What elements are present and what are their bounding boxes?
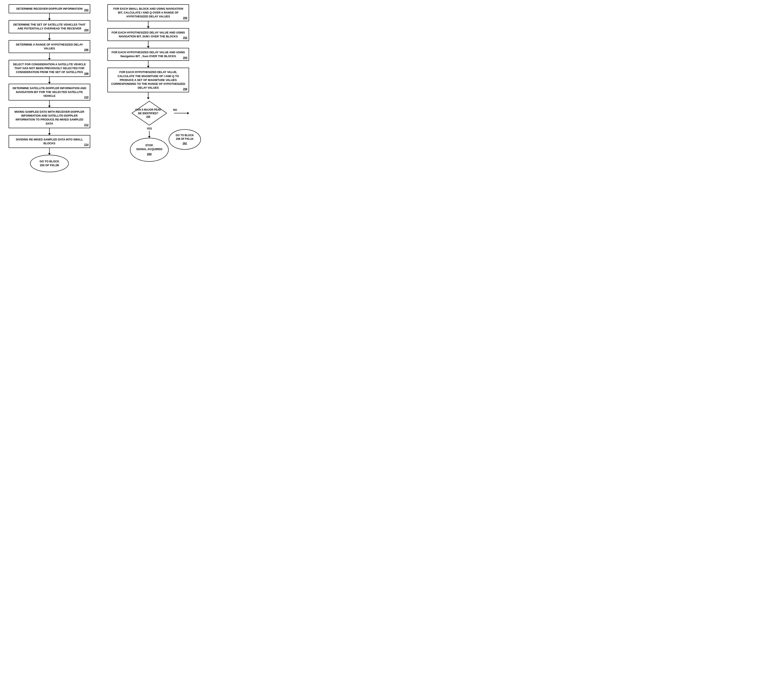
goto-oval-left: GO TO BLOCK 250 OF FIG.2B xyxy=(30,155,69,172)
no-oval-262: GO TO BLOCK 208 OF FIG.2A 262 xyxy=(169,129,201,150)
block-252-text: FOR EACH HYPOTHESIZED DELAY VALUE AND US… xyxy=(112,31,185,38)
arrow-256-258 xyxy=(147,92,150,99)
arrow-right-svg-2 xyxy=(147,41,150,48)
arrow-210-212 xyxy=(48,100,51,107)
arrow-down-svg-2 xyxy=(48,33,51,40)
block-206-number: 206 xyxy=(84,48,89,52)
block-212: MIXING SAMPLED DATA WITH RECEIVER-DOPPLE… xyxy=(8,107,90,128)
arrow-208-210 xyxy=(48,77,51,84)
block-256: FOR EACH HYPOTHESIZED DELAY VALUE, CALCU… xyxy=(107,68,189,92)
block-256-number: 256 xyxy=(183,87,187,91)
svg-marker-26 xyxy=(148,136,150,138)
diamond-258: CAN A MAJOR PEAK BE IDENTIFIED? 258 xyxy=(131,100,165,126)
block-210: DETERMINE SATELLITE-DOPPLER INFORMATION … xyxy=(8,84,90,101)
block-214: DIVIDING RE-MIXED SAMPLED DATA INTO SMAL… xyxy=(8,135,90,148)
arrow-down-svg-3 xyxy=(48,53,51,60)
flowchart-container: DETERMINE RECEIVER-DOPPLER INFORMATION 2… xyxy=(4,4,211,172)
svg-marker-1 xyxy=(48,18,51,20)
arrow-258-260 xyxy=(148,131,150,138)
arrow-206-208 xyxy=(48,53,51,60)
svg-marker-3 xyxy=(48,38,51,40)
no-oval-line1: GO TO BLOCK xyxy=(172,133,198,137)
block-250-text: FOR EACH SMALL BLOCK AND USING NAVIGATIO… xyxy=(113,7,183,18)
block-214-text: DIVIDING RE-MIXED SAMPLED DATA INTO SMAL… xyxy=(16,138,83,145)
block-250-number: 250 xyxy=(183,16,187,20)
stop-oval-line2: SIGNAL ACQUIRED xyxy=(134,147,165,151)
diamond-258-text: CAN A MAJOR PEAK BE IDENTIFIED? 258 xyxy=(131,108,165,118)
svg-marker-19 xyxy=(147,66,150,68)
block-210-text: DETERMINE SATELLITE-DOPPLER INFORMATION … xyxy=(13,87,86,97)
arrow-214-goto xyxy=(48,148,51,155)
arrow-down-svg-6 xyxy=(48,128,51,135)
arrow-202-204 xyxy=(48,13,51,20)
svg-marker-7 xyxy=(48,82,51,84)
block-252-number: 252 xyxy=(183,36,187,40)
svg-marker-11 xyxy=(48,133,51,135)
stop-oval-number: 260 xyxy=(134,152,165,156)
block-250: FOR EACH SMALL BLOCK AND USING NAVIGATIO… xyxy=(107,4,189,21)
goto-oval-line2: 250 OF FIG.2B xyxy=(34,163,65,167)
block-254: FOR EACH HYPOTHESIZED DELAY VALUE AND US… xyxy=(107,48,189,61)
no-oval-line2: 208 OF FIG.2A xyxy=(172,137,198,141)
no-oval-number: 262 xyxy=(172,142,198,145)
svg-marker-13 xyxy=(48,153,51,155)
block-208-text: SELECT FOR CONSIDERATION A SATELLITE VEH… xyxy=(13,63,86,73)
block-254-text: FOR EACH HYPOTHESIZED DELAY VALUE AND US… xyxy=(112,51,185,58)
svg-marker-9 xyxy=(48,106,51,107)
block-208-number: 208 xyxy=(84,72,89,76)
arrow-254-256 xyxy=(147,61,150,68)
yes-branch: YES STOP. SIGNAL ACQUIRED 260 xyxy=(130,127,169,162)
diamond-258-number: 258 xyxy=(133,115,163,118)
no-label: NO xyxy=(173,108,177,112)
yes-label-text: YES xyxy=(147,127,152,130)
right-column: FOR EACH SMALL BLOCK AND USING NAVIGATIO… xyxy=(103,4,193,162)
svg-marker-21 xyxy=(147,97,150,99)
block-208: SELECT FOR CONSIDERATION A SATELLITE VEH… xyxy=(8,60,90,77)
svg-marker-24 xyxy=(187,112,189,115)
stop-oval-260: STOP. SIGNAL ACQUIRED 260 xyxy=(130,138,169,162)
arrow-down-svg-4 xyxy=(48,77,51,84)
arrow-down-svg-5 xyxy=(48,100,51,107)
goto-oval-line1: GO TO BLOCK xyxy=(34,160,65,163)
arrow-right-svg-3 xyxy=(147,61,150,68)
block-214-number: 214 xyxy=(84,143,89,147)
block-202-number: 202 xyxy=(84,8,89,12)
block-204-text: DETERMINE THE SET OF SATELLITE VEHICLES … xyxy=(13,23,85,30)
arrow-right-svg-1 xyxy=(147,21,150,28)
svg-marker-15 xyxy=(147,27,150,28)
block-252: FOR EACH HYPOTHESIZED DELAY VALUE AND US… xyxy=(107,28,189,41)
arrow-250-252 xyxy=(147,21,150,28)
block-206: DETERMINE A RANGE OF HYPOTHESIZED DELAY … xyxy=(8,40,90,53)
svg-marker-5 xyxy=(48,58,51,60)
svg-marker-17 xyxy=(147,46,150,48)
diamond-section-258: CAN A MAJOR PEAK BE IDENTIFIED? 258 NO xyxy=(107,99,189,127)
arrow-down-svg xyxy=(48,13,51,20)
arrow-right-svg-4 xyxy=(147,92,150,99)
no-branch: NO xyxy=(174,112,189,115)
block-202-text: DETERMINE RECEIVER-DOPPLER INFORMATION xyxy=(16,7,82,10)
arrow-down-svg-7 xyxy=(48,148,51,155)
block-202: DETERMINE RECEIVER-DOPPLER INFORMATION 2… xyxy=(8,4,90,13)
block-210-number: 210 xyxy=(84,95,89,99)
no-arrow-svg xyxy=(174,112,189,115)
block-212-number: 212 xyxy=(84,123,89,127)
arrow-212-214 xyxy=(48,128,51,135)
block-212-text: MIXING SAMPLED DATA WITH RECEIVER-DOPPLE… xyxy=(15,110,84,125)
arrow-252-254 xyxy=(147,41,150,48)
block-204: DETERMINE THE SET OF SATELLITE VEHICLES … xyxy=(8,20,90,33)
block-256-text: FOR EACH HYPOTHESIZED DELAY VALUE, CALCU… xyxy=(111,70,185,89)
arrow-204-206 xyxy=(48,33,51,40)
block-204-number: 204 xyxy=(84,28,89,32)
no-oval-container: GO TO BLOCK 208 OF FIG.2A 262 xyxy=(169,129,201,150)
stop-oval-line1: STOP. xyxy=(134,143,165,147)
block-254-number: 254 xyxy=(183,56,187,60)
left-column: DETERMINE RECEIVER-DOPPLER INFORMATION 2… xyxy=(4,4,95,172)
branch-row: YES STOP. SIGNAL ACQUIRED 260 GO TO BLOC… xyxy=(107,127,189,162)
block-206-text: DETERMINE A RANGE OF HYPOTHESIZED DELAY … xyxy=(16,43,83,50)
